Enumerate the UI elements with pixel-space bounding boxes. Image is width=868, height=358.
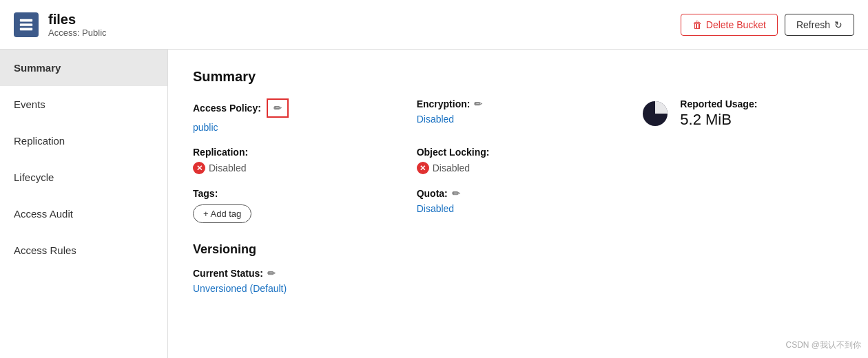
add-tag-button[interactable]: + Add tag bbox=[193, 204, 251, 223]
quota-value[interactable]: Disabled bbox=[417, 203, 454, 214]
main-layout: Summary Events Replication Lifecycle Acc… bbox=[0, 50, 868, 358]
sidebar-item-replication[interactable]: Replication bbox=[0, 123, 167, 159]
quota-label: Quota: ✏ bbox=[417, 188, 620, 199]
svg-rect-1 bbox=[20, 23, 32, 26]
sidebar: Summary Events Replication Lifecycle Acc… bbox=[0, 50, 168, 358]
empty-section bbox=[640, 147, 843, 174]
replication-disabled-icon: ✕ bbox=[193, 162, 205, 174]
versioning-edit-icon[interactable]: ✏ bbox=[267, 268, 276, 279]
refresh-icon: ↻ bbox=[834, 19, 843, 30]
usage-text: Reported Usage: 5.2 MiB bbox=[680, 98, 757, 129]
sidebar-item-access-rules[interactable]: Access Rules bbox=[0, 232, 167, 268]
object-locking-disabled-icon: ✕ bbox=[417, 162, 429, 174]
encryption-edit-icon[interactable]: ✏ bbox=[474, 98, 482, 109]
access-policy-highlight: ✏ bbox=[267, 98, 289, 118]
bucket-name: files bbox=[48, 11, 107, 28]
current-status-value[interactable]: Unversioned (Default) bbox=[193, 283, 287, 294]
tags-section: Tags: + Add tag bbox=[193, 188, 396, 223]
access-policy-edit-icon[interactable]: ✏ bbox=[273, 103, 282, 114]
access-policy-value[interactable]: public bbox=[193, 122, 218, 133]
access-policy-section: Access Policy: ✏ public bbox=[193, 98, 396, 133]
sidebar-item-events[interactable]: Events bbox=[0, 86, 167, 123]
replication-value: ✕ Disabled bbox=[193, 162, 396, 174]
reported-usage-section: Reported Usage: 5.2 MiB bbox=[640, 98, 843, 133]
header: files Access: Public 🗑 Delete Bucket Ref… bbox=[0, 0, 868, 50]
bucket-access: Access: Public bbox=[48, 28, 107, 38]
access-policy-label: Access Policy: ✏ bbox=[193, 98, 396, 118]
versioning-title: Versioning bbox=[193, 242, 843, 257]
usage-pie-chart bbox=[640, 98, 670, 129]
object-locking-value: ✕ Disabled bbox=[417, 162, 620, 174]
versioning-grid: Current Status: ✏ Unversioned (Default) bbox=[193, 268, 843, 294]
info-grid: Access Policy: ✏ public Encryption: ✏ Di… bbox=[193, 98, 843, 223]
header-actions: 🗑 Delete Bucket Refresh ↻ bbox=[681, 14, 854, 36]
sidebar-item-lifecycle[interactable]: Lifecycle bbox=[0, 159, 167, 196]
svg-rect-2 bbox=[20, 28, 32, 30]
refresh-button[interactable]: Refresh ↻ bbox=[785, 14, 854, 36]
usage-display: Reported Usage: 5.2 MiB bbox=[640, 98, 843, 129]
quota-section: Quota: ✏ Disabled bbox=[417, 188, 620, 223]
quota-edit-icon[interactable]: ✏ bbox=[452, 188, 460, 199]
bucket-info: files Access: Public bbox=[48, 11, 107, 38]
object-locking-section: Object Locking: ✕ Disabled bbox=[417, 147, 620, 174]
header-left: files Access: Public bbox=[14, 11, 107, 38]
delete-bucket-button[interactable]: 🗑 Delete Bucket bbox=[681, 14, 778, 36]
object-locking-label: Object Locking: bbox=[417, 147, 620, 158]
replication-section: Replication: ✕ Disabled bbox=[193, 147, 396, 174]
app-logo bbox=[14, 12, 39, 37]
encryption-label: Encryption: ✏ bbox=[417, 98, 620, 109]
page-title: Summary bbox=[193, 69, 843, 85]
replication-label: Replication: bbox=[193, 147, 396, 158]
trash-icon: 🗑 bbox=[692, 19, 702, 30]
sidebar-item-summary[interactable]: Summary bbox=[0, 50, 167, 86]
content-area: Summary Access Policy: ✏ public bbox=[168, 50, 868, 358]
sidebar-item-access-audit[interactable]: Access Audit bbox=[0, 196, 167, 232]
current-status-label: Current Status: ✏ bbox=[193, 268, 511, 279]
current-status-section: Current Status: ✏ Unversioned (Default) bbox=[193, 268, 511, 294]
svg-rect-0 bbox=[20, 19, 32, 21]
encryption-value[interactable]: Disabled bbox=[417, 114, 454, 125]
encryption-section: Encryption: ✏ Disabled bbox=[417, 98, 620, 133]
